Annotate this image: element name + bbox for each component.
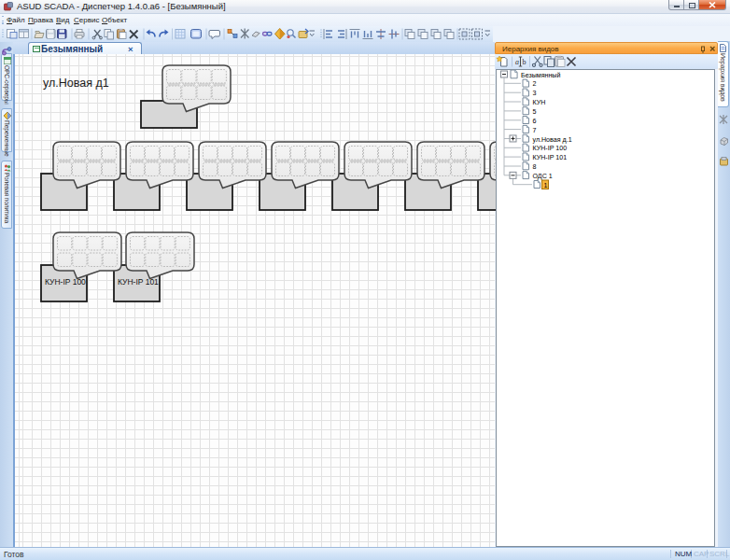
- svg-text:7: 7: [533, 127, 537, 134]
- svg-text:КУН: КУН: [533, 99, 546, 106]
- svg-text:КУН-IP 101: КУН-IP 101: [533, 154, 568, 161]
- svg-text:a: a: [515, 58, 519, 66]
- svg-text:3: 3: [533, 90, 537, 97]
- svg-text:Безымянный: Безымянный: [521, 72, 560, 79]
- svg-text:КУН-IP 100: КУН-IP 100: [533, 145, 568, 152]
- svg-text:1: 1: [544, 182, 548, 189]
- svg-text:ОДС 1: ОДС 1: [533, 173, 553, 180]
- svg-text:6: 6: [533, 118, 537, 125]
- svg-text:ул.Новая д.1: ул.Новая д.1: [533, 136, 572, 144]
- svg-text:b: b: [523, 58, 526, 66]
- svg-text:КУН-IP 100: КУН-IP 100: [45, 277, 86, 287]
- svg-text:5: 5: [533, 108, 537, 116]
- svg-text:8: 8: [533, 163, 537, 171]
- svg-text:КУН-IP 101: КУН-IP 101: [118, 277, 159, 287]
- svg-text:2: 2: [533, 80, 537, 88]
